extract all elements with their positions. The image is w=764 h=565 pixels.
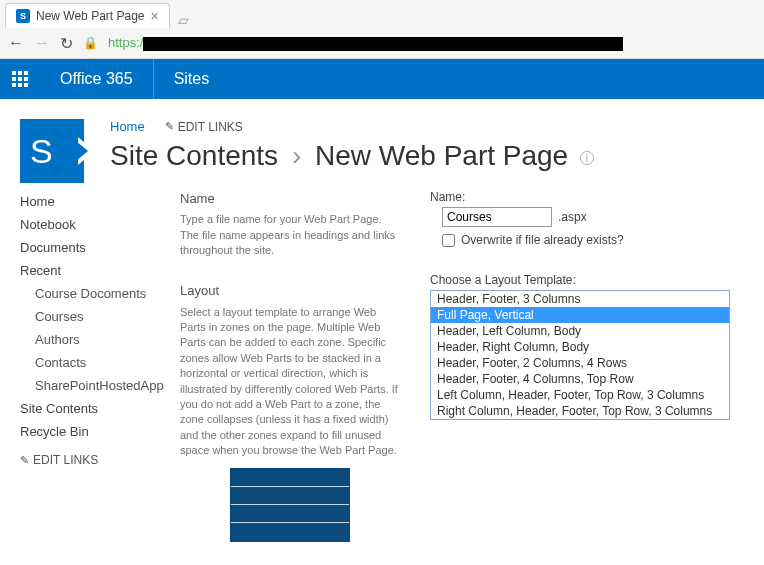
layout-option[interactable]: Right Column, Header, Footer, Top Row, 3… xyxy=(431,403,729,419)
browser-tab[interactable]: S New Web Part Page × xyxy=(5,3,170,28)
overwrite-label: Overwrite if file already exists? xyxy=(461,233,624,247)
name-label: Name: xyxy=(430,190,744,204)
layout-option[interactable]: Header, Footer, 2 Columns, 4 Rows xyxy=(431,355,729,371)
layout-option[interactable]: Full Page, Vertical xyxy=(431,307,729,323)
overwrite-checkbox[interactable] xyxy=(442,234,455,247)
lock-icon: 🔒 xyxy=(83,36,98,50)
layout-option[interactable]: Header, Footer, 3 Columns xyxy=(431,291,729,307)
layout-option[interactable]: Header, Footer, 4 Columns, Top Row xyxy=(431,371,729,387)
breadcrumb-home-link[interactable]: Home xyxy=(110,119,145,134)
reload-button[interactable]: ↻ xyxy=(60,34,73,53)
page-title-part1: Site Contents xyxy=(110,140,278,171)
nav-recent[interactable]: Recent xyxy=(20,259,180,282)
back-button[interactable]: ← xyxy=(8,34,24,52)
sharepoint-favicon: S xyxy=(16,9,30,23)
breadcrumb: Home ✎ EDIT LINKS xyxy=(110,119,744,134)
nav-recent-child[interactable]: SharePointHostedApp xyxy=(20,374,180,397)
input-column: Name: .aspx Overwrite if file already ex… xyxy=(430,190,744,542)
tab-bar: S New Web Part Page × ▱ xyxy=(0,0,764,28)
nav-recent-child[interactable]: Authors xyxy=(20,328,180,351)
quick-launch-nav: Home Notebook Documents Recent Course Do… xyxy=(20,190,180,542)
layout-option[interactable]: Header, Right Column, Body xyxy=(431,339,729,355)
url-redacted xyxy=(143,37,623,51)
suite-bar: Office 365 Sites xyxy=(0,59,764,99)
edit-links-top[interactable]: ✎ EDIT LINKS xyxy=(165,120,243,134)
browser-chrome: S New Web Part Page × ▱ ← → ↻ 🔒 https:/ xyxy=(0,0,764,59)
page-body: S Home ✎ EDIT LINKS Site Contents › New … xyxy=(0,99,764,565)
layout-preview-image xyxy=(230,468,350,542)
page-title: Site Contents › New Web Part Page i xyxy=(110,140,744,172)
sharepoint-logo[interactable]: S xyxy=(20,119,84,183)
new-tab-button[interactable]: ▱ xyxy=(170,12,197,28)
nav-recycle-bin[interactable]: Recycle Bin xyxy=(20,420,180,443)
pencil-icon: ✎ xyxy=(165,120,174,133)
page-title-part2: New Web Part Page xyxy=(315,140,568,171)
file-extension: .aspx xyxy=(558,210,587,224)
edit-links-nav[interactable]: ✎ EDIT LINKS xyxy=(20,453,180,467)
main-column: Home ✎ EDIT LINKS Site Contents › New We… xyxy=(110,119,744,542)
nav-recent-child[interactable]: Courses xyxy=(20,305,180,328)
layout-desc: Select a layout template to arrange Web … xyxy=(180,305,400,459)
name-desc: Type a file name for your Web Part Page.… xyxy=(180,212,400,258)
address-bar: ← → ↻ 🔒 https:/ xyxy=(0,28,764,58)
close-icon[interactable]: × xyxy=(151,8,159,24)
layout-label: Choose a Layout Template: xyxy=(430,273,744,287)
layout-heading: Layout xyxy=(180,282,400,300)
suite-title[interactable]: Sites xyxy=(154,70,230,88)
name-heading: Name xyxy=(180,190,400,208)
pencil-icon: ✎ xyxy=(20,454,29,467)
waffle-icon xyxy=(12,71,28,87)
url-field[interactable]: https:/ xyxy=(108,35,623,51)
tab-title: New Web Part Page xyxy=(36,9,145,23)
layout-option[interactable]: Left Column, Header, Footer, Top Row, 3 … xyxy=(431,387,729,403)
nav-recent-child[interactable]: Course Docoments xyxy=(20,282,180,305)
nav-site-contents[interactable]: Site Contents xyxy=(20,397,180,420)
app-launcher-button[interactable] xyxy=(0,59,40,99)
suite-brand[interactable]: Office 365 xyxy=(40,59,154,99)
layout-option[interactable]: Header, Left Column, Body xyxy=(431,323,729,339)
name-input[interactable] xyxy=(442,207,552,227)
form-area: Name Type a file name for your Web Part … xyxy=(180,190,744,542)
breadcrumb-separator: › xyxy=(292,140,301,171)
forward-button[interactable]: → xyxy=(34,34,50,52)
layout-template-listbox[interactable]: Header, Footer, 3 ColumnsFull Page, Vert… xyxy=(430,290,730,420)
nav-notebook[interactable]: Notebook xyxy=(20,213,180,236)
info-icon[interactable]: i xyxy=(580,151,594,165)
description-column: Name Type a file name for your Web Part … xyxy=(180,190,400,542)
nav-home[interactable]: Home xyxy=(20,190,180,213)
nav-recent-child[interactable]: Contacts xyxy=(20,351,180,374)
nav-documents[interactable]: Documents xyxy=(20,236,180,259)
